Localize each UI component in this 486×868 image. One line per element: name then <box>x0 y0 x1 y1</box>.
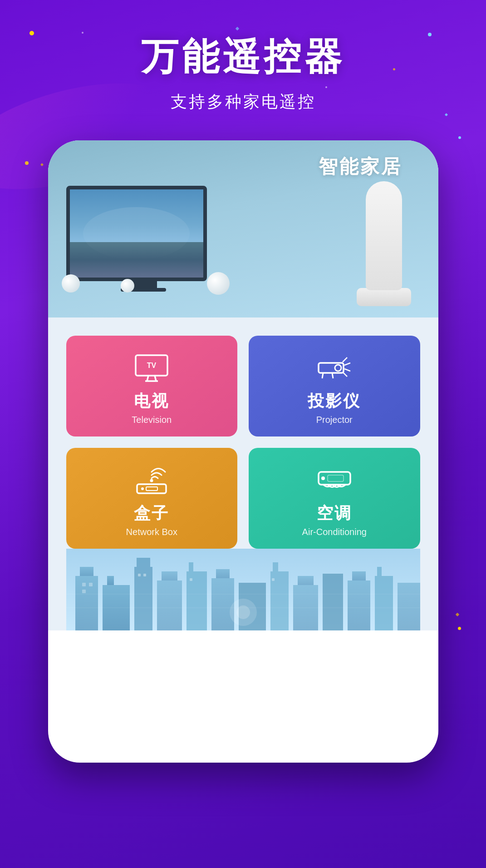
svg-rect-53 <box>190 578 192 581</box>
svg-line-11 <box>322 373 323 378</box>
television-item[interactable]: TV 电视 Television <box>66 336 238 436</box>
decorative-dot <box>29 31 34 35</box>
svg-point-10 <box>335 365 341 371</box>
television-name-en: Television <box>132 415 172 425</box>
svg-rect-38 <box>323 574 343 630</box>
decorative-sphere <box>62 274 80 293</box>
svg-rect-19 <box>328 475 344 481</box>
svg-text:TV: TV <box>147 362 157 369</box>
svg-rect-52 <box>143 574 146 576</box>
projector-name-en: Projector <box>316 415 353 425</box>
air-conditioning-name-en: Air-Conditioning <box>302 527 367 537</box>
air-conditioning-name-cn: 空调 <box>317 502 352 525</box>
banner-title: 智能家居 <box>319 154 402 179</box>
svg-point-13 <box>150 479 153 482</box>
svg-rect-39 <box>348 580 370 630</box>
svg-rect-27 <box>157 580 182 630</box>
projector-item[interactable]: 投影仪 Projector <box>249 336 420 436</box>
svg-rect-28 <box>162 571 177 580</box>
svg-rect-50 <box>82 590 86 593</box>
svg-rect-54 <box>272 578 275 581</box>
content-area: TV 电视 Television <box>48 317 438 630</box>
svg-rect-25 <box>134 567 152 630</box>
network-box-name-en: Network Box <box>126 527 177 537</box>
purifier-base <box>357 288 411 306</box>
svg-rect-26 <box>137 558 150 567</box>
main-title: 万能遥控器 <box>141 36 345 77</box>
svg-rect-49 <box>89 583 93 586</box>
svg-rect-40 <box>352 571 366 580</box>
air-conditioning-icon <box>314 464 355 496</box>
svg-rect-16 <box>146 487 157 491</box>
svg-rect-35 <box>273 562 278 571</box>
svg-rect-24 <box>107 576 114 585</box>
tv-screen <box>66 186 207 281</box>
city-skyline <box>66 549 420 630</box>
television-icon: TV <box>131 352 172 383</box>
tv-illustration <box>66 186 221 308</box>
svg-rect-48 <box>82 583 86 586</box>
purifier-body <box>366 181 402 290</box>
svg-line-1 <box>147 376 148 381</box>
air-conditioning-item[interactable]: 空调 Air-Conditioning <box>249 448 420 549</box>
app-header: 万能遥控器 支持多种家电遥控 <box>141 0 345 113</box>
purifier-illustration <box>357 181 411 308</box>
network-box-item[interactable]: 盒子 Network Box <box>66 448 238 549</box>
svg-rect-41 <box>375 576 393 630</box>
network-box-icon <box>131 464 172 496</box>
sub-title: 支持多种家电遥控 <box>141 91 345 113</box>
television-name-cn: 电视 <box>134 390 169 412</box>
svg-rect-9 <box>319 363 344 373</box>
projector-name-cn: 投影仪 <box>308 390 361 412</box>
projector-icon <box>314 352 355 383</box>
network-box-name-cn: 盒子 <box>134 502 169 525</box>
decorative-dot <box>458 627 461 630</box>
svg-rect-51 <box>138 574 141 576</box>
svg-rect-43 <box>398 583 420 630</box>
svg-line-2 <box>155 376 156 381</box>
phone-frame: 智能家居 <box>48 140 438 763</box>
device-grid: TV 电视 Television <box>66 336 420 549</box>
decorative-sphere <box>121 279 134 293</box>
svg-rect-32 <box>216 569 230 578</box>
svg-line-6 <box>344 363 350 365</box>
decorative-dot <box>458 136 461 139</box>
decorative-dot <box>428 33 432 36</box>
svg-line-5 <box>343 357 347 362</box>
phone-mockup: 智能家居 <box>48 140 438 763</box>
svg-rect-37 <box>298 576 314 585</box>
svg-rect-22 <box>80 567 93 576</box>
svg-point-15 <box>141 487 144 490</box>
svg-point-18 <box>321 476 325 480</box>
svg-rect-31 <box>211 578 234 630</box>
svg-line-7 <box>344 369 350 371</box>
svg-rect-21 <box>75 576 98 630</box>
svg-rect-30 <box>189 562 193 571</box>
svg-rect-29 <box>187 571 207 630</box>
decorative-sphere <box>207 272 230 295</box>
svg-rect-42 <box>377 567 382 576</box>
svg-line-12 <box>332 373 333 378</box>
banner-section: 智能家居 <box>48 140 438 317</box>
mountain-scene <box>70 189 203 278</box>
